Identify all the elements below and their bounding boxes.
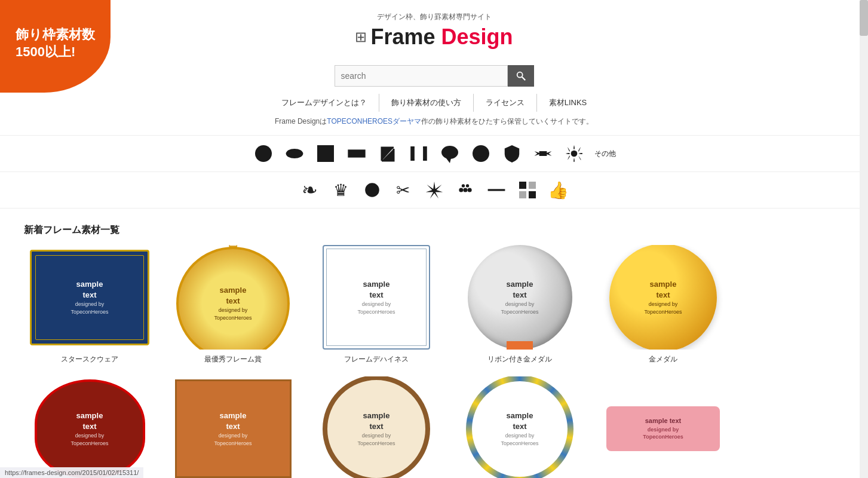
- svg-point-16: [461, 184, 464, 187]
- cat-pattern[interactable]: [514, 177, 541, 203]
- ribbon-decoration: [507, 341, 533, 350]
- frame-item-4[interactable]: sample text designed by TopeconHeroes リボ…: [454, 245, 585, 364]
- search-button[interactable]: [508, 65, 534, 87]
- cat-square[interactable]: [312, 140, 339, 167]
- frame-thumb-7: sample text designed by TopeconHeroes: [167, 376, 299, 478]
- cat-ribbon[interactable]: [530, 140, 556, 167]
- frame-thumb-4: sample text designed by TopeconHeroes: [454, 245, 585, 350]
- badge-line1: 飾り枠素材数: [16, 26, 95, 44]
- cat-wreath[interactable]: [359, 177, 385, 203]
- frame-thumb-10: sample text designed by TopeconHeroes: [597, 376, 729, 478]
- svg-point-6: [441, 146, 458, 159]
- svg-marker-7: [446, 158, 451, 163]
- nav-item-links[interactable]: 素材LINKS: [537, 94, 599, 112]
- title-black: Frame: [370, 24, 435, 49]
- cat-dash[interactable]: [483, 177, 510, 203]
- cat-flower[interactable]: ❧: [297, 177, 323, 203]
- frame-item-1[interactable]: sample text designed by TopeconHeroes スタ…: [24, 245, 155, 364]
- cat-bracket[interactable]: [406, 140, 432, 167]
- site-description: Frame DesignはTOPECONHEROESダーヤマ作の飾り枠素材をひた…: [0, 117, 868, 127]
- frame-thumb-1: sample text designed by TopeconHeroes: [24, 245, 155, 350]
- site-desc-suffix: 作の飾り枠素材をひたすら保管していくサイトです。: [421, 117, 593, 125]
- cat-speech[interactable]: [437, 140, 463, 167]
- cat-ellipse[interactable]: [281, 140, 308, 167]
- svg-point-13: [459, 188, 463, 192]
- section-title: 新着フレーム素材一覧: [0, 218, 868, 245]
- frame-caption-4: リボン付き金メダル: [487, 354, 552, 364]
- status-url: https://frames-design.com/2015/01/02/f15…: [5, 469, 139, 476]
- promo-badge: 飾り枠素材数 1500以上!: [0, 0, 111, 93]
- frame-thumb-3: sample text designed by TopeconHeroes: [311, 245, 442, 350]
- header: デザイン枠、飾り罫素材専門サイト ⊞ Frame Design: [0, 0, 868, 56]
- cat-dots[interactable]: [452, 177, 479, 203]
- svg-point-3: [286, 149, 303, 158]
- status-bar: https://frames-design.com/2015/01/02/f15…: [0, 467, 143, 478]
- search-input[interactable]: [335, 65, 508, 87]
- svg-point-2: [255, 145, 272, 162]
- cat-more[interactable]: その他: [592, 140, 618, 167]
- search-icon: [516, 71, 526, 81]
- category-row-1: その他: [0, 135, 868, 172]
- svg-rect-21: [519, 191, 526, 198]
- site-desc-link[interactable]: TOPECONHEROESダーヤマ: [327, 117, 421, 125]
- frame-thumb-8: sample text designed by TopeconHeroes: [311, 376, 442, 478]
- cat-bowtie[interactable]: ✂: [390, 177, 416, 203]
- svg-rect-4: [317, 145, 334, 162]
- svg-rect-22: [529, 191, 536, 198]
- frame-grid: sample text designed by TopeconHeroes スタ…: [0, 245, 747, 478]
- nav-bar: フレームデザインとは？ 飾り枠素材の使い方 ライセンス 素材LINKS: [0, 94, 868, 112]
- nav-item-license[interactable]: ライセンス: [474, 94, 537, 112]
- frame-item-9[interactable]: sample text designed by TopeconHeroes: [454, 376, 585, 478]
- cat-bracket-corner[interactable]: [375, 140, 401, 167]
- frame-item-10[interactable]: sample text designed by TopeconHeroes: [597, 376, 729, 478]
- frame-thumb-9: sample text designed by TopeconHeroes: [454, 376, 585, 478]
- frame-caption-1: スタースクウェア: [61, 354, 118, 364]
- cat-shield[interactable]: [499, 140, 525, 167]
- svg-rect-5: [348, 149, 365, 157]
- frame-item-6[interactable]: sample text designed by TopeconHeroes: [24, 376, 155, 478]
- svg-point-14: [463, 188, 467, 192]
- site-title: Frame Design: [370, 24, 513, 50]
- frame-caption-3: フレームデハイネス: [344, 354, 409, 364]
- svg-point-15: [467, 188, 471, 192]
- frame-item-2[interactable]: ♛ sample text designed by TopeconHeroes …: [167, 245, 299, 364]
- cat-gear[interactable]: [561, 140, 587, 167]
- svg-point-9: [477, 149, 485, 158]
- badge-line2: 1500以上!: [16, 44, 95, 61]
- category-row-2: ❧ ♛ ✂: [0, 172, 868, 209]
- frame-thumb-6: sample text designed by TopeconHeroes: [24, 376, 155, 478]
- frame-icon: ⊞: [355, 29, 367, 45]
- svg-point-17: [465, 184, 468, 187]
- frame-caption-5: 金メダル: [649, 354, 677, 364]
- cat-crown[interactable]: ♛: [328, 177, 354, 203]
- frame-item-8[interactable]: sample text designed by TopeconHeroes: [311, 376, 442, 478]
- svg-rect-18: [487, 189, 505, 191]
- search-area: [0, 65, 868, 87]
- frame-item-7[interactable]: sample text designed by TopeconHeroes: [167, 376, 299, 478]
- cat-starburst[interactable]: [421, 177, 447, 203]
- cat-circle[interactable]: [250, 140, 277, 167]
- svg-rect-19: [519, 182, 526, 189]
- nav-item-about[interactable]: フレームデザインとは？: [269, 94, 379, 112]
- svg-point-11: [571, 151, 577, 157]
- frame-item-5[interactable]: sample text designed by TopeconHeroes 金メ…: [597, 245, 729, 364]
- title-red: Design: [441, 24, 513, 49]
- nav-item-howto[interactable]: 飾り枠素材の使い方: [379, 94, 474, 112]
- svg-line-1: [522, 77, 525, 80]
- scrollbar-track[interactable]: [860, 0, 868, 478]
- cat-rect[interactable]: [343, 140, 370, 167]
- cat-ring[interactable]: [468, 140, 494, 167]
- scrollbar-thumb[interactable]: [860, 0, 868, 36]
- header-subtitle: デザイン枠、飾り罫素材専門サイト: [0, 12, 868, 22]
- frame-item-3[interactable]: sample text designed by TopeconHeroes フレ…: [311, 245, 442, 364]
- frame-thumb-5: sample text designed by TopeconHeroes: [597, 245, 729, 350]
- svg-rect-20: [529, 182, 536, 189]
- frame-caption-2: 最優秀フレーム賞: [204, 354, 262, 364]
- frame-thumb-2: ♛ sample text designed by TopeconHeroes …: [167, 245, 299, 350]
- site-desc-prefix: Frame Designは: [275, 117, 327, 125]
- cat-thumbsup[interactable]: 👍: [545, 177, 572, 203]
- svg-point-0: [517, 72, 522, 78]
